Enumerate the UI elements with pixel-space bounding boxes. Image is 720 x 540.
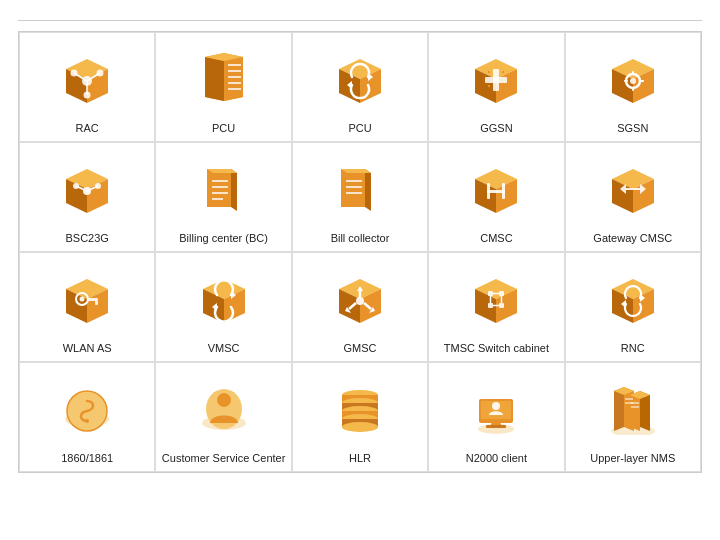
icon-cell-uppernms: Upper-layer NMS <box>565 362 701 472</box>
svg-rect-78 <box>88 298 98 301</box>
icon-cell-pcu2: PCU <box>292 32 428 142</box>
icon-image-vmsc <box>195 261 253 335</box>
svg-rect-39 <box>632 87 634 91</box>
icon-label-hlr: HLR <box>349 451 371 465</box>
icon-cell-vmsc: VMSC <box>155 252 291 362</box>
icon-image-gwcmsc <box>604 151 662 225</box>
icon-image-gmsc <box>331 261 389 335</box>
icon-cell-tmsc: TMSC Switch cabinet <box>428 252 564 362</box>
icon-label-pcu1: PCU <box>212 121 235 135</box>
page-title <box>18 14 702 21</box>
icon-label-billcol: Bill collector <box>331 231 390 245</box>
icon-label-billing: Billing center (BC) <box>179 231 268 245</box>
icon-label-1860: 1860/1861 <box>61 451 113 465</box>
icon-cell-sgsn: SGSN <box>565 32 701 142</box>
svg-rect-29 <box>488 71 490 73</box>
icon-label-sgsn: SGSN <box>617 121 648 135</box>
icon-image-cmsc <box>467 151 525 225</box>
svg-marker-12 <box>224 57 243 101</box>
icon-label-n2000: N2000 client <box>466 451 527 465</box>
icon-label-rac: RAC <box>76 121 99 135</box>
icon-grid: RAC PCU PCU <box>18 31 702 473</box>
svg-rect-38 <box>632 71 634 75</box>
svg-rect-100 <box>488 303 493 308</box>
svg-rect-79 <box>95 301 98 305</box>
icon-cell-csc: Customer Service Center <box>155 362 291 472</box>
svg-rect-101 <box>499 303 504 308</box>
icon-cell-billcol: Bill collector <box>292 142 428 252</box>
icon-image-wlanas <box>58 261 116 335</box>
icon-label-gwcmsc: Gateway CMSC <box>593 231 672 245</box>
icon-image-sgsn <box>604 41 662 115</box>
icon-image-pcu1 <box>195 41 253 115</box>
svg-marker-57 <box>341 169 365 207</box>
icon-cell-hlr: HLR <box>292 362 428 472</box>
icon-cell-gmsc: GMSC <box>292 252 428 362</box>
svg-rect-132 <box>486 425 506 428</box>
icon-image-billing <box>195 151 253 225</box>
icon-image-uppernms <box>604 371 662 445</box>
svg-rect-30 <box>502 71 504 73</box>
icon-label-gmsc: GMSC <box>343 341 376 355</box>
icon-label-vmsc: VMSC <box>208 341 240 355</box>
svg-point-114 <box>85 419 89 423</box>
icon-cell-cmsc: CMSC <box>428 142 564 252</box>
svg-marker-11 <box>205 57 224 101</box>
svg-point-88 <box>356 297 364 305</box>
icon-image-rnc <box>604 261 662 335</box>
icon-cell-pcu1: PCU <box>155 32 291 142</box>
icon-cell-wlanas: WLAN AS <box>19 252 155 362</box>
svg-rect-98 <box>488 291 493 296</box>
icon-cell-gwcmsc: Gateway CMSC <box>565 142 701 252</box>
icon-image-bsc23g <box>58 151 116 225</box>
icon-image-csc <box>195 371 253 445</box>
svg-point-130 <box>492 402 500 410</box>
icon-cell-1860: 1860/1861 <box>19 362 155 472</box>
icon-cell-rnc: RNC <box>565 252 701 362</box>
svg-rect-28 <box>485 77 507 83</box>
svg-rect-99 <box>499 291 504 296</box>
svg-rect-68 <box>487 190 505 193</box>
icon-image-rac <box>58 41 116 115</box>
icon-image-n2000 <box>467 371 525 445</box>
icon-image-tmsc <box>467 261 525 335</box>
icon-label-csc: Customer Service Center <box>162 451 286 465</box>
svg-point-117 <box>217 393 231 407</box>
svg-point-37 <box>630 78 636 84</box>
icon-image-1860 <box>58 371 116 445</box>
icon-label-bsc23g: BSC23G <box>65 231 108 245</box>
svg-marker-51 <box>231 169 237 211</box>
page: RAC PCU PCU <box>0 0 720 487</box>
icon-label-pcu2: PCU <box>348 121 371 135</box>
svg-marker-50 <box>207 169 231 207</box>
icon-label-ggsn: GGSN <box>480 121 512 135</box>
svg-point-126 <box>342 422 378 432</box>
svg-rect-41 <box>640 80 644 82</box>
icon-cell-n2000: N2000 client <box>428 362 564 472</box>
svg-rect-40 <box>624 80 628 82</box>
icon-cell-rac: RAC <box>19 32 155 142</box>
icon-cell-billing: Billing center (BC) <box>155 142 291 252</box>
icon-label-rnc: RNC <box>621 341 645 355</box>
icon-cell-ggsn: GGSN <box>428 32 564 142</box>
icon-image-billcol <box>331 151 389 225</box>
icon-image-pcu2 <box>331 41 389 115</box>
icon-label-tmsc: TMSC Switch cabinet <box>444 341 549 355</box>
icon-label-uppernms: Upper-layer NMS <box>590 451 675 465</box>
svg-point-77 <box>80 296 85 301</box>
svg-rect-31 <box>488 85 490 87</box>
icon-cell-bsc23g: BSC23G <box>19 142 155 252</box>
icon-label-cmsc: CMSC <box>480 231 512 245</box>
svg-marker-58 <box>365 169 371 211</box>
icon-image-hlr <box>331 371 389 445</box>
svg-rect-32 <box>502 85 504 87</box>
icon-label-wlanas: WLAN AS <box>63 341 112 355</box>
icon-image-ggsn <box>467 41 525 115</box>
